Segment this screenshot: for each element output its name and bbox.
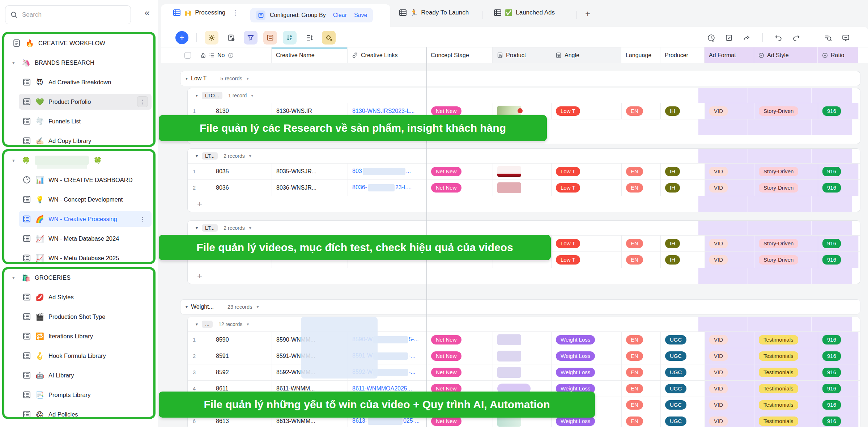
collapse-group-icon[interactable]: ▾ [196,225,198,231]
cell-ratio[interactable]: 916 [818,180,859,196]
save-button[interactable]: Save [354,12,367,18]
cell-language[interactable]: EN [622,180,661,196]
chevron-down-icon[interactable]: ▾ [251,93,253,98]
sidebar-item-wn-creative-processing[interactable]: 🌈WN - Creative Processing⋮ [0,209,158,229]
select-all-checkbox[interactable] [184,52,191,59]
sidebar-item-workspace[interactable]: ▾🍀🍀 [0,151,158,170]
table-row[interactable]: 285918591-WNMM...8591-W-...Net NewWeight… [188,348,860,364]
tab-ready-to-launch[interactable]: 🏃 Ready To Launch [399,9,469,17]
table-row[interactable]: 385928592-WNMM...8592-W-...Net NewWeight… [188,364,860,380]
cell-producer[interactable]: UGC [661,364,705,380]
group-header[interactable]: ▾Low T5 records▾ [180,71,860,86]
sidebar-item-ad-creative-breakdown[interactable]: 😈Ad Creative Breakdown [0,72,158,92]
sidebar-item-wn-creative-dashboard[interactable]: 📊WN - CREATIVE DASHBOARD [0,170,158,190]
cell-language[interactable]: EN [622,103,661,119]
search-input[interactable]: Search [5,5,131,24]
sidebar-item-groceries[interactable]: ▾🛍️GROCERIES [0,268,158,287]
cell-ad-style[interactable]: Story-Driven [754,103,818,119]
cell-ad-format[interactable]: VID [705,381,754,397]
chevron-down-icon[interactable]: ▾ [256,304,259,309]
cell-ad-style[interactable]: Story-Driven [754,252,818,268]
column-header-concept-stage[interactable]: Concept Stage [426,47,493,63]
chevron-down-icon[interactable]: ▾ [247,322,249,327]
cell-ratio[interactable]: 916 [818,397,859,413]
chevron-down-icon[interactable]: ▾ [12,158,17,163]
cell-ratio[interactable]: 916 [818,103,859,119]
cell-ad-format[interactable]: VID [705,252,754,268]
cell-product[interactable] [493,364,552,380]
column-header-no[interactable]: No [180,47,272,63]
subgroup-header[interactable]: ▾LTO...1 record▾ [188,88,860,103]
cell-creative-name[interactable]: 8036-WNSJR... [272,180,348,196]
cell-ad-format[interactable]: VID [705,180,754,196]
table-row[interactable]: 280368036-WNSJR...8036-23-L...Net NewLow… [188,179,860,196]
cell-ad-format[interactable]: VID [705,332,754,348]
cell-ad-style[interactable]: Testimonials [754,397,818,413]
sidebar-item-wn-concept-development[interactable]: 💡WN - Concept Development [0,190,158,209]
cell-angle[interactable]: Low T [552,103,622,119]
column-header-product[interactable]: Product [493,47,551,63]
cell-producer[interactable]: IH [661,252,705,268]
sidebar-item-hook-formula-library[interactable]: 🪝Hook Formula Library [0,346,158,365]
sidebar-item-product-porfolio[interactable]: 💚Product Porfolio⋮ [0,92,158,111]
cell-concept-stage[interactable]: Net New [427,332,493,348]
comment-icon[interactable] [842,34,850,42]
paint-fill-icon[interactable] [322,31,336,45]
cell-producer[interactable]: UGC [661,397,705,413]
group-header[interactable]: ▾Weight...23 records▾ [180,299,860,314]
cell-language[interactable]: EN [622,348,661,364]
column-header-language[interactable]: Language [621,47,660,63]
sidebar-item-prompts-library[interactable]: 📑Prompts Library [0,385,158,405]
redo-icon[interactable] [792,34,800,42]
tab-launched-ads[interactable]: ✅ Launched Ads [494,9,555,17]
subgroup-header[interactable]: ▾...12 records▾ [188,317,860,331]
approval-icon[interactable] [725,34,733,42]
cell-ad-style[interactable]: Testimonials [754,348,818,364]
record-link[interactable]: 8611-WNMMOA2025... [352,385,412,392]
cell-concept-stage[interactable]: Net New [427,348,493,364]
cell-ad-style[interactable]: Story-Driven [754,164,818,179]
sort-icon[interactable]: AZ [283,31,297,45]
sidebar-item-ai-library[interactable]: 🤖AI Library [0,365,158,385]
sidebar-item-ad-copy-library[interactable]: ✍🏻Ad Copy Library [0,131,158,151]
cell-ad-style[interactable]: Testimonials [754,381,818,397]
table-row[interactable]: 185908590-WNMM...8590-W5-...Net NewWeigh… [188,331,860,348]
cell-angle[interactable]: Weight Loss [552,332,622,348]
cell-ratio[interactable]: 916 [818,348,859,364]
cell-producer[interactable]: UGC [661,413,705,427]
cell-ad-style[interactable]: Testimonials [754,413,818,427]
item-menu-icon[interactable]: ⋮ [137,96,148,107]
cell-ratio[interactable]: 916 [818,413,859,427]
item-menu-icon[interactable]: ⋮ [137,214,148,224]
cell-ad-format[interactable]: VID [705,413,754,427]
settings-icon[interactable] [205,31,218,45]
cell-ad-style[interactable]: Story-Driven [754,236,818,251]
chevron-down-icon[interactable]: ▾ [247,76,249,81]
cell-language[interactable]: EN [622,252,661,268]
chevron-down-icon[interactable]: ▾ [12,275,17,280]
add-row-button[interactable]: + [188,268,860,284]
sidebar-item-funnels-list[interactable]: 🌪️Funnels List [0,111,158,131]
cell-ad-style[interactable]: Testimonials [754,332,818,348]
cell-angle[interactable]: Low T [552,164,622,179]
collapse-sidebar-icon[interactable]: « [145,8,150,17]
cell-product[interactable] [493,332,552,348]
cell-producer[interactable]: UGC [661,332,705,348]
cell-ad-style[interactable]: Story-Driven [754,180,818,196]
cell-ad-style[interactable]: Testimonials [754,364,818,380]
cell-angle[interactable]: Low T [552,252,622,268]
row-height-icon[interactable] [302,31,316,45]
column-header-angle[interactable]: Angle [551,47,621,63]
cell-angle[interactable]: Low T [552,236,622,251]
collapse-group-icon[interactable]: ▾ [186,76,188,81]
cell-producer[interactable]: IH [661,236,705,251]
column-header-ad-style[interactable]: Ad Style [754,47,818,63]
cell-ratio[interactable]: 916 [818,164,859,179]
cell-language[interactable]: EN [622,364,661,380]
cell-ratio[interactable]: 916 [818,236,859,251]
cell-ad-format[interactable]: VID [705,364,754,380]
sidebar-item-wn-meta-database-2025[interactable]: 📈WN - Meta Database 2025 [0,248,158,268]
sidebar-item-wn-meta-database-2024[interactable]: 📈WN - Meta Database 2024 [0,229,158,248]
cell-angle[interactable]: Weight Loss [552,348,622,364]
cell-concept-stage[interactable]: Net New [427,364,493,380]
